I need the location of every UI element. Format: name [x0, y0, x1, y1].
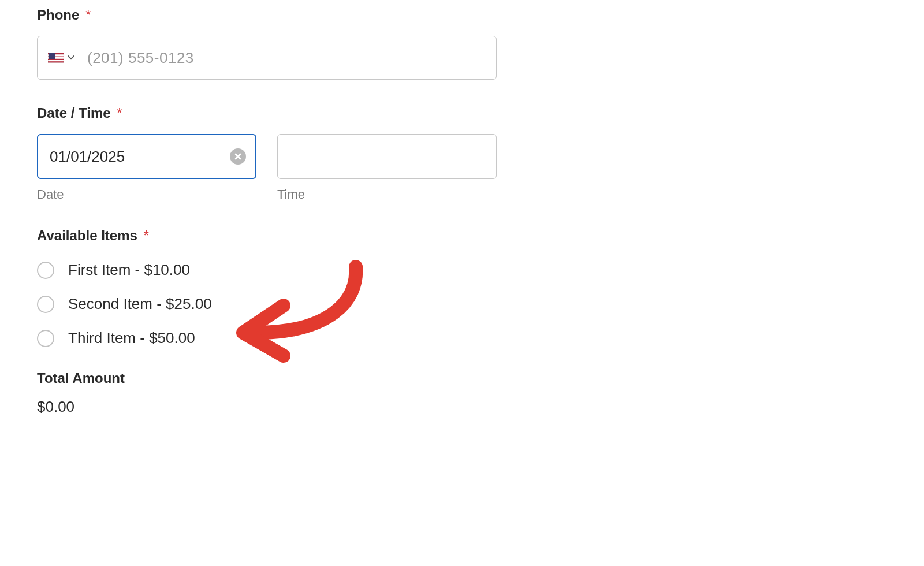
item-option-label: Third Item - $50.00: [68, 329, 195, 347]
phone-placeholder: (201) 555-0123: [87, 49, 194, 67]
radio-icon: [37, 330, 54, 347]
phone-input[interactable]: (201) 555-0123: [37, 36, 497, 80]
total-amount-value: $0.00: [37, 398, 887, 416]
time-sublabel: Time: [277, 187, 497, 202]
phone-country-selector[interactable]: [44, 49, 78, 66]
required-asterisk: *: [85, 7, 91, 23]
total-amount-field: Total Amount $0.00: [37, 370, 887, 416]
datetime-field: Date / Time * 01/01/2025 Date Time: [37, 105, 887, 202]
flag-us-icon: [48, 53, 64, 63]
available-items-options: First Item - $10.00 Second Item - $25.00…: [37, 253, 887, 355]
time-input[interactable]: [277, 134, 497, 179]
date-input[interactable]: 01/01/2025: [37, 134, 256, 179]
available-items-field: Available Items * First Item - $10.00 Se…: [37, 228, 887, 355]
phone-label-text: Phone: [37, 7, 79, 23]
item-option-label: Second Item - $25.00: [68, 295, 212, 313]
datetime-label: Date / Time *: [37, 105, 887, 121]
chevron-down-icon: [68, 55, 74, 60]
item-option[interactable]: Second Item - $25.00: [37, 287, 887, 321]
date-input-value: 01/01/2025: [50, 148, 125, 166]
close-icon: [234, 152, 242, 161]
available-items-label: Available Items *: [37, 228, 887, 244]
date-clear-button[interactable]: [230, 148, 246, 165]
item-option[interactable]: Third Item - $50.00: [37, 321, 887, 355]
phone-label: Phone *: [37, 7, 887, 23]
radio-icon: [37, 296, 54, 313]
item-option[interactable]: First Item - $10.00: [37, 253, 887, 287]
available-items-label-text: Available Items: [37, 228, 137, 243]
datetime-label-text: Date / Time: [37, 105, 111, 121]
total-amount-label: Total Amount: [37, 370, 887, 386]
required-asterisk: *: [144, 228, 149, 243]
required-asterisk: *: [117, 105, 122, 121]
item-option-label: First Item - $10.00: [68, 261, 190, 279]
date-sublabel: Date: [37, 187, 256, 202]
radio-icon: [37, 262, 54, 279]
phone-field: Phone * (201) 555-0123: [37, 7, 887, 80]
